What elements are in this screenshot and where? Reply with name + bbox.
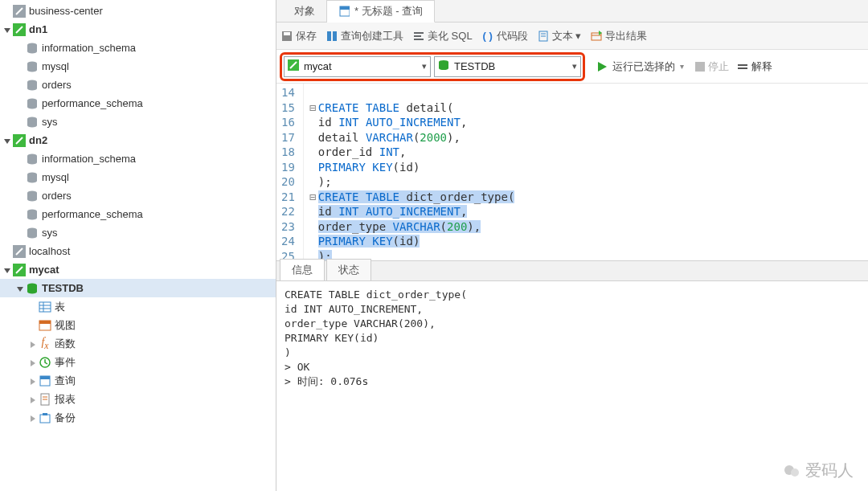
tree-chevron bbox=[16, 154, 26, 164]
main-area: 对象* 无标题 - 查询 保存查询创建工具美化 SQL( )代码段文本 ▾导出结… bbox=[276, 0, 868, 491]
tree-item[interactable]: business-center bbox=[0, 2, 276, 20]
tree-item[interactable]: orders bbox=[0, 186, 276, 205]
tree-label: 备份 bbox=[55, 411, 76, 425]
editor-tab[interactable]: 对象 bbox=[283, 0, 327, 23]
svg-marker-51 bbox=[31, 378, 35, 385]
tree-item[interactable]: dn2 bbox=[0, 131, 276, 149]
tree-chevron bbox=[16, 284, 26, 293]
tree-chevron bbox=[3, 136, 13, 145]
tree-item[interactable]: 备份 bbox=[0, 408, 276, 427]
tree-label: mysql bbox=[42, 171, 69, 183]
tree-item[interactable]: 表 bbox=[0, 297, 276, 316]
tree-item[interactable]: performance_schema bbox=[0, 94, 276, 113]
wechat-icon bbox=[783, 462, 800, 480]
toolbar-button[interactable]: 查询创建工具 bbox=[326, 29, 403, 43]
tree-item[interactable]: sys bbox=[0, 113, 276, 131]
save-icon bbox=[281, 31, 293, 42]
tree-sidebar: business-centerdn1information_schemamysq… bbox=[0, 0, 276, 491]
tree-label: 报表 bbox=[55, 392, 76, 407]
database-icon bbox=[26, 116, 39, 129]
tree-chevron bbox=[3, 6, 13, 16]
tree-chevron bbox=[16, 80, 26, 90]
tree-item[interactable]: performance_schema bbox=[0, 205, 276, 223]
tree-chevron bbox=[29, 302, 39, 312]
tree-label: 表 bbox=[55, 300, 65, 314]
toolbar-button[interactable]: 导出结果 bbox=[591, 29, 647, 43]
tree-item[interactable]: 事件 bbox=[0, 353, 276, 371]
database-icon bbox=[26, 42, 39, 55]
svg-rect-65 bbox=[327, 31, 331, 41]
tree-item[interactable]: localhost bbox=[0, 242, 276, 260]
tree-item[interactable]: TESTDB bbox=[0, 279, 276, 297]
explain-button[interactable]: 解释 bbox=[737, 59, 772, 74]
report-icon bbox=[39, 393, 51, 406]
result-body: CREATE TABLE dict_order_type( id INT AUT… bbox=[276, 281, 868, 491]
tree-chevron bbox=[16, 99, 26, 108]
svg-point-31 bbox=[27, 215, 37, 219]
tree-label: sys bbox=[42, 116, 58, 128]
svg-rect-59 bbox=[40, 415, 50, 423]
toolbar-label: 导出结果 bbox=[605, 29, 647, 43]
tree-item[interactable]: dn1 bbox=[0, 20, 276, 39]
tree-item[interactable]: mysql bbox=[0, 168, 276, 186]
tree-chevron bbox=[16, 228, 26, 238]
svg-marker-36 bbox=[4, 268, 10, 273]
stop-icon bbox=[695, 62, 705, 72]
tree-item[interactable]: fx函数 bbox=[0, 334, 276, 353]
tree-chevron bbox=[29, 358, 39, 367]
tree-chevron bbox=[16, 62, 26, 72]
code-editor[interactable]: 141516171819202122232425 ⊟CREATE TABLE d… bbox=[276, 84, 868, 260]
tree-chevron bbox=[29, 376, 39, 386]
explain-label: 解释 bbox=[751, 59, 772, 74]
tree-item[interactable]: information_schema bbox=[0, 149, 276, 168]
toolbar-button[interactable]: ( )代码段 bbox=[482, 29, 528, 43]
database-icon bbox=[26, 97, 39, 110]
editor-toolbar: 保存查询创建工具美化 SQL( )代码段文本 ▾导出结果 bbox=[276, 23, 868, 50]
tree-item[interactable]: 视图 bbox=[0, 316, 276, 334]
toolbar-button[interactable]: 美化 SQL bbox=[413, 29, 473, 43]
tree-item[interactable]: information_schema bbox=[0, 39, 276, 57]
toolbar-button[interactable]: 保存 bbox=[281, 29, 317, 43]
play-icon bbox=[596, 61, 608, 72]
database-name: TESTDB bbox=[454, 60, 567, 72]
tree-item[interactable]: mysql bbox=[0, 57, 276, 76]
tree-label: 查询 bbox=[55, 374, 76, 388]
svg-point-79 bbox=[439, 67, 448, 70]
database-icon bbox=[26, 171, 39, 184]
tree-chevron bbox=[16, 210, 26, 219]
database-selector[interactable]: TESTDB ▾ bbox=[434, 56, 581, 77]
tree-label: mycat bbox=[29, 264, 59, 276]
run-selected-button[interactable]: 运行已选择的 ▾ bbox=[596, 59, 684, 74]
connection-selector[interactable]: mycat ▾ bbox=[284, 56, 431, 77]
tree-label: information_schema bbox=[42, 42, 136, 54]
database-icon bbox=[26, 190, 39, 203]
editor-tab[interactable]: * 无标题 - 查询 bbox=[327, 0, 435, 23]
tree-item[interactable]: sys bbox=[0, 223, 276, 242]
tree-item[interactable]: mycat bbox=[0, 260, 276, 279]
tree-item[interactable]: 查询 bbox=[0, 371, 276, 390]
stop-button[interactable]: 停止 bbox=[695, 59, 729, 74]
view-icon bbox=[39, 319, 51, 332]
editor-gutter: 141516171819202122232425 bbox=[276, 84, 304, 260]
toolbar-button[interactable]: 文本 ▾ bbox=[538, 29, 582, 43]
svg-rect-60 bbox=[43, 413, 47, 415]
toolbar-label: 美化 SQL bbox=[428, 29, 473, 43]
svg-point-41 bbox=[27, 289, 37, 293]
svg-rect-47 bbox=[39, 321, 51, 324]
tree-label: 函数 bbox=[55, 337, 76, 351]
svg-rect-64 bbox=[284, 32, 290, 35]
svg-point-5 bbox=[27, 49, 37, 53]
result-tab[interactable]: 信息 bbox=[280, 259, 325, 280]
database-icon bbox=[26, 208, 39, 221]
editor-code[interactable]: ⊟CREATE TABLE detail( id INT AUTO_INCREM… bbox=[304, 84, 519, 260]
tree-item[interactable]: orders bbox=[0, 76, 276, 94]
tree-label: localhost bbox=[29, 245, 70, 257]
tree-item[interactable]: 报表 bbox=[0, 390, 276, 408]
tree-label: 事件 bbox=[55, 355, 76, 370]
beautify-icon bbox=[413, 31, 424, 42]
svg-marker-54 bbox=[31, 397, 35, 403]
database-icon bbox=[26, 60, 39, 73]
tree-chevron bbox=[16, 191, 26, 201]
tree-label: orders bbox=[42, 190, 72, 202]
result-tab[interactable]: 状态 bbox=[326, 259, 371, 280]
